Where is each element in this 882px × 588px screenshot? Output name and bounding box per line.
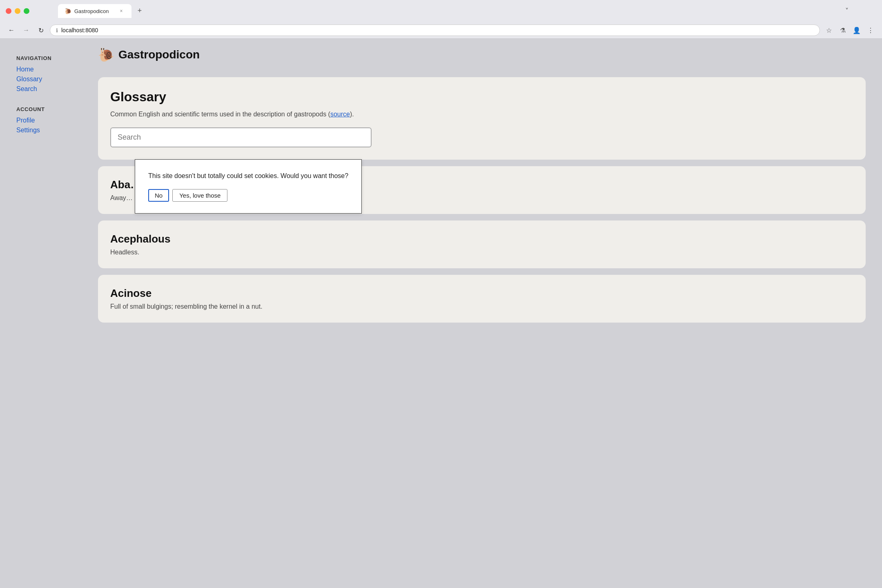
nav-section-title: NAVIGATION [16,55,82,61]
back-button[interactable]: ← [6,24,17,36]
address-url: localhost:8080 [61,27,814,33]
site-header: 🐌 Gastropodicon [98,47,866,62]
tab-list-button[interactable]: ˅ [842,5,852,16]
tab-title: Gastropodicon [74,8,114,14]
sidebar-item-glossary[interactable]: Glossary [16,74,82,84]
sidebar-item-profile[interactable]: Profile [16,116,82,125]
glossary-term-card-1: Acephalous Headless. [98,220,866,268]
close-window-button[interactable] [6,8,11,14]
site-logo: 🐌 [98,47,114,62]
cookie-dialog: This site doesn't but totally could set … [135,159,362,214]
account-section-title: ACCOUNT [16,106,82,112]
experiment-button[interactable]: ⚗ [837,24,849,36]
term-def-2: Full of small bulgings; resembling the k… [110,303,853,310]
glossary-title: Glossary [110,89,853,105]
bookmark-button[interactable]: ☆ [823,24,835,36]
cookie-buttons: No Yes, love those [148,189,348,202]
cookie-yes-button[interactable]: Yes, love those [172,189,227,202]
term-def-1: Headless. [110,249,853,256]
nav-section: NAVIGATION Home Glossary Search [16,55,82,94]
address-info-icon: ℹ [56,27,58,33]
account-section: ACCOUNT Profile Settings [16,106,82,135]
browser-chrome: 🐌 Gastropodicon × + ˅ ← → ↻ ℹ localhost:… [0,0,882,39]
profile-button[interactable]: 👤 [851,24,862,36]
description-end: ). [350,111,354,118]
sidebar-item-settings[interactable]: Settings [16,125,82,135]
page-content: NAVIGATION Home Glossary Search ACCOUNT … [0,39,882,335]
site-title: Gastropodicon [118,48,200,61]
sidebar-item-home[interactable]: Home [16,65,82,74]
cookie-no-button[interactable]: No [148,189,169,202]
search-input[interactable] [110,127,372,147]
glossary-description: Common English and scientific terms used… [110,109,853,119]
tab-favicon: 🐌 [65,8,71,14]
active-tab[interactable]: 🐌 Gastropodicon × [58,4,131,18]
browser-titlebar: 🐌 Gastropodicon × + ˅ [0,0,882,22]
maximize-window-button[interactable] [24,8,29,14]
tab-bar: 🐌 Gastropodicon × + ˅ [33,4,876,18]
glossary-header-card: Glossary Common English and scientific t… [98,77,866,160]
menu-button[interactable]: ⋮ [865,24,876,36]
address-bar[interactable]: ℹ localhost:8080 [50,24,820,36]
description-text: Common English and scientific terms used… [110,111,330,118]
reload-button[interactable]: ↻ [35,24,47,36]
browser-toolbar: ← → ↻ ℹ localhost:8080 ☆ ⚗ 👤 ⋮ [0,22,882,38]
term-title-1: Acephalous [110,233,853,245]
sidebar: NAVIGATION Home Glossary Search ACCOUNT … [16,51,82,323]
glossary-term-card-2: Acinose Full of small bulgings; resembli… [98,275,866,323]
sidebar-item-search[interactable]: Search [16,84,82,94]
new-tab-button[interactable]: + [134,5,145,16]
toolbar-actions: ☆ ⚗ 👤 ⋮ [823,24,876,36]
tab-close-button[interactable]: × [118,7,125,15]
cookie-message: This site doesn't but totally could set … [148,171,348,181]
term-title-2: Acinose [110,287,853,300]
source-link[interactable]: source [330,111,350,118]
traffic-lights [6,8,29,14]
minimize-window-button[interactable] [15,8,20,14]
forward-button[interactable]: → [20,24,32,36]
